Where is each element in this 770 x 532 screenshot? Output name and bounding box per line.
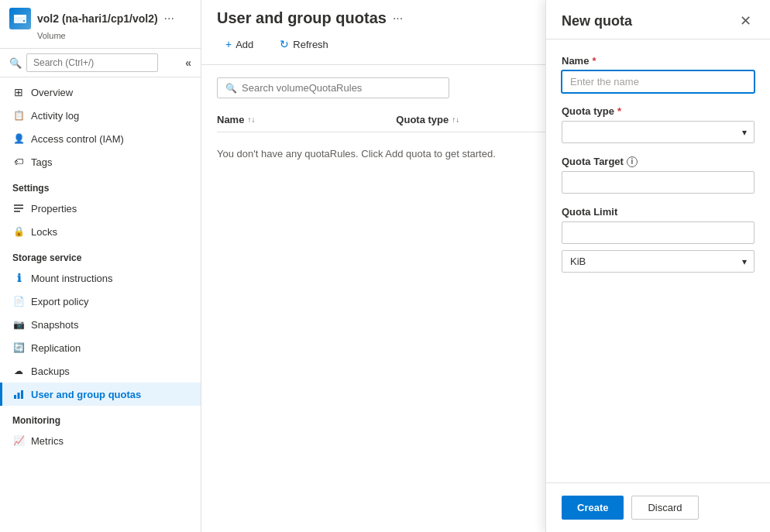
sidebar-item-label: Activity log — [31, 110, 79, 122]
resource-title-row: vol2 (na-hari1/cp1/vol2) ··· — [9, 8, 191, 29]
content-search-box[interactable]: 🔍 — [217, 77, 449, 98]
quota-unit-select[interactable]: KiB MiB GiB TiB — [562, 250, 755, 273]
panel-header: New quota ✕ — [546, 0, 770, 39]
refresh-label: Refresh — [293, 39, 328, 50]
resource-name: vol2 (na-hari1/cp1/vol2) — [37, 12, 158, 26]
sidebar-item-overview[interactable]: ⊞ Overview — [0, 81, 201, 104]
quotas-icon — [12, 388, 25, 400]
quota-type-required-indicator: * — [617, 105, 621, 117]
name-field-label: Name * — [562, 55, 755, 67]
quota-type-field-label: Quota type * — [562, 105, 755, 117]
content-search-icon: 🔍 — [225, 83, 237, 94]
svg-rect-5 — [14, 211, 20, 212]
col-name[interactable]: Name ↑↓ — [217, 114, 396, 125]
search-icon: 🔍 — [9, 57, 22, 69]
svg-rect-6 — [14, 395, 16, 399]
tags-icon: 🏷 — [12, 156, 25, 168]
snapshots-icon: 📷 — [12, 318, 25, 331]
sidebar-item-label: Access control (IAM) — [31, 133, 124, 145]
svg-rect-7 — [18, 393, 20, 399]
sidebar-item-properties[interactable]: Properties — [0, 197, 201, 220]
quota-type-select-wrapper: ▾ — [562, 121, 755, 143]
quota-target-input[interactable] — [562, 171, 755, 194]
sidebar-item-label: Mount instructions — [31, 273, 113, 284]
sort-icon-name: ↑↓ — [247, 115, 255, 124]
resource-subtitle: Volume — [37, 31, 191, 40]
collapse-sidebar-button[interactable]: « — [185, 57, 191, 69]
locks-icon: 🔒 — [12, 225, 25, 238]
name-input[interactable] — [562, 70, 755, 93]
add-label: Add — [235, 39, 253, 50]
refresh-button[interactable]: ↻ Refresh — [271, 33, 337, 55]
quota-type-select[interactable] — [562, 121, 755, 143]
sidebar-item-replication[interactable]: 🔄 Replication — [0, 336, 201, 359]
sidebar-item-label: Replication — [31, 342, 81, 354]
sidebar-item-locks[interactable]: 🔒 Locks — [0, 220, 201, 243]
quota-limit-label-text: Quota Limit — [562, 206, 617, 218]
sidebar-item-label: Overview — [31, 87, 73, 98]
sidebar-item-label: User and group quotas — [31, 389, 141, 400]
activity-log-icon: 📋 — [12, 109, 25, 122]
sidebar-header: vol2 (na-hari1/cp1/vol2) ··· Volume — [0, 0, 201, 49]
panel-close-button[interactable]: ✕ — [737, 12, 755, 29]
metrics-icon: 📈 — [12, 434, 25, 447]
sidebar-item-tags[interactable]: 🏷 Tags — [0, 150, 201, 173]
discard-button[interactable]: Discard — [631, 496, 698, 520]
quota-target-field-label: Quota Target i — [562, 156, 755, 167]
section-settings: Settings — [0, 173, 201, 197]
name-required-indicator: * — [592, 55, 596, 67]
svg-rect-8 — [21, 390, 23, 399]
form-group-name: Name * — [562, 55, 755, 93]
section-storage-service: Storage service — [0, 243, 201, 266]
quota-limit-field-label: Quota Limit — [562, 206, 755, 218]
sidebar-item-export-policy[interactable]: 📄 Export policy — [0, 290, 201, 313]
form-group-quota-type: Quota type * ▾ — [562, 105, 755, 143]
sort-icon-quota-type: ↑↓ — [452, 115, 459, 124]
form-group-quota-target: Quota Target i — [562, 156, 755, 194]
sidebar-item-mount-instructions[interactable]: ℹ Mount instructions — [0, 266, 201, 290]
panel-title: New quota — [562, 13, 632, 29]
quota-limit-input[interactable] — [562, 221, 755, 244]
add-button[interactable]: + Add — [217, 33, 262, 55]
replication-icon: 🔄 — [12, 342, 25, 354]
sidebar-item-backups[interactable]: ☁ Backups — [0, 359, 201, 383]
sidebar-item-label: Properties — [31, 203, 77, 215]
sidebar: vol2 (na-hari1/cp1/vol2) ··· Volume 🔍 « … — [0, 0, 201, 532]
form-group-quota-limit: Quota Limit KiB MiB GiB TiB ▾ — [562, 206, 755, 273]
export-icon: 📄 — [12, 295, 25, 307]
page-more-options-icon[interactable]: ··· — [393, 12, 403, 26]
sidebar-item-user-group-quotas[interactable]: User and group quotas — [0, 383, 201, 406]
content-search-input[interactable] — [242, 82, 441, 94]
panel-body: Name * Quota type * ▾ — [546, 39, 770, 482]
sidebar-nav: ⊞ Overview 📋 Activity log 👤 Access contr… — [0, 77, 201, 532]
sidebar-item-activity-log[interactable]: 📋 Activity log — [0, 104, 201, 127]
main-content: User and group quotas ··· + Add ↻ Refres… — [201, 0, 770, 532]
new-quota-panel: New quota ✕ Name * Quota type * — [545, 0, 770, 532]
panel-footer: Create Discard — [546, 482, 770, 532]
sidebar-item-access-control[interactable]: 👤 Access control (IAM) — [0, 127, 201, 150]
sidebar-item-label: Tags — [31, 156, 52, 168]
properties-icon — [12, 202, 25, 215]
sidebar-search-box: 🔍 « — [0, 49, 201, 77]
access-control-icon: 👤 — [12, 132, 25, 145]
sidebar-item-label: Locks — [31, 226, 57, 238]
sidebar-item-snapshots[interactable]: 📷 Snapshots — [0, 313, 201, 336]
quota-type-label-text: Quota type — [562, 105, 614, 117]
sidebar-item-label: Export policy — [31, 296, 88, 307]
resource-icon — [9, 8, 31, 29]
quota-target-info-icon[interactable]: i — [627, 156, 638, 167]
col-quota-type-label: Quota type — [396, 114, 449, 125]
col-name-label: Name — [217, 114, 244, 125]
refresh-icon: ↻ — [280, 38, 289, 50]
svg-rect-3 — [14, 204, 23, 206]
more-options-icon[interactable]: ··· — [164, 12, 174, 26]
create-button[interactable]: Create — [562, 496, 624, 520]
svg-rect-1 — [14, 15, 26, 17]
sidebar-search-input[interactable] — [26, 53, 158, 72]
sidebar-item-metrics[interactable]: 📈 Metrics — [0, 429, 201, 452]
quota-target-label-text: Quota Target — [562, 156, 624, 167]
svg-rect-4 — [14, 208, 23, 209]
backups-icon: ☁ — [12, 365, 25, 377]
name-label-text: Name — [562, 55, 589, 67]
page-title: User and group quotas — [217, 9, 387, 27]
